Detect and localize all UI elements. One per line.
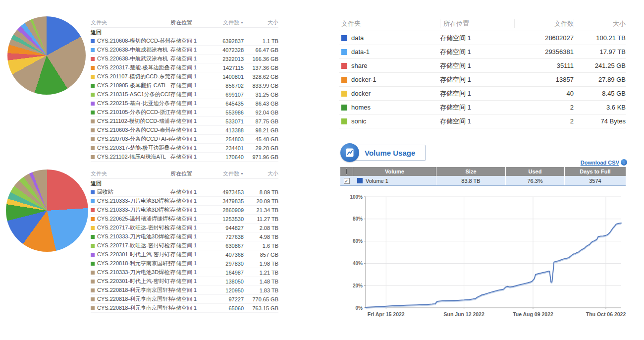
table-row[interactable]: data 存储空间 1 28602027 100.21 TB xyxy=(339,31,626,45)
folder-file-count: 856702 xyxy=(213,83,244,89)
table-row[interactable]: CYS.210905-极耳翻折-CATL 存储空间 1 856702 833.9… xyxy=(91,81,278,90)
row-color-swatch xyxy=(341,118,347,124)
folder-size: 31.25 GB xyxy=(244,92,278,98)
table-row[interactable]: CYS.220717-欣旺达-密封钉检测-2D 存储空间 1 630867 1.… xyxy=(91,241,278,250)
table-row[interactable]: CYS.210315-ASC1分条的CCD-ATL分条机 存储空间 1 6991… xyxy=(91,90,278,99)
table-row[interactable]: data-1 存储空间 1 29356381 17.97 TB xyxy=(339,45,626,59)
size-column-header[interactable]: 大小 xyxy=(244,19,278,26)
folder-location: 存储空间 1 xyxy=(170,37,213,45)
table-row[interactable]: CYS.220818-利元亨南京国轩整线-密封钉 存储空间 1 65060 76… xyxy=(91,304,278,313)
folder-name: CYS.220818-利元亨南京国轩整线-密封钉 xyxy=(97,304,170,312)
folder-file-count: 2 xyxy=(514,104,574,111)
row-color-swatch xyxy=(91,262,95,266)
table-row[interactable]: CYS.211102-模切的CCD-瑞浦模切 存储空间 1 533071 87.… xyxy=(91,117,278,126)
used-column-header[interactable]: Used xyxy=(506,167,565,176)
file-count-sort-header[interactable]: 文件数 ▼ xyxy=(213,19,244,26)
shared-folder-table-body: data 存储空间 1 28602027 100.21 TB data-1 存储… xyxy=(339,31,626,128)
row-color-swatch xyxy=(91,111,95,114)
table-row[interactable]: share 存储空间 1 35111 241.25 GB xyxy=(339,59,626,73)
folder-location: 存储空间 1 xyxy=(170,144,213,152)
file-count-column-header[interactable]: 文件数 xyxy=(514,19,574,28)
folder-location: 存储空间 1 xyxy=(170,233,213,240)
table-row[interactable]: homes 存储空间 1 2 3.6 KB xyxy=(339,101,626,114)
size-column-header[interactable]: Size xyxy=(436,167,506,176)
table-row[interactable]: CYS.220215-慕白-比亚迪分条机 存储空间 1 645435 86.43… xyxy=(91,99,278,108)
size-column-header[interactable]: 大小 xyxy=(244,170,278,177)
size-column-header[interactable]: 大小 xyxy=(574,19,626,28)
table-row[interactable]: CYS.220818-利元亨南京国轩整线-质量焊-3D 存储空间 1 29783… xyxy=(91,259,278,268)
table-row[interactable]: CYS.220818-利元亨南京国轩整线-质量焊-2D 存储空间 1 12095… xyxy=(91,286,278,295)
table-row[interactable]: CYS.220301-时代上汽-密封钉检测-2D 存储空间 1 138050 1… xyxy=(91,277,278,286)
folder-location: 存储空间 1 xyxy=(170,46,213,54)
table-row[interactable]: CYS.210333-刀片电池3D焊检测-坪山 存储空间 1 727638 4.… xyxy=(91,232,278,241)
folder-location: 存储空间 1 xyxy=(170,197,213,205)
svg-text:0%: 0% xyxy=(356,305,363,311)
table-row[interactable]: CYS.220703-分条的CCD+AI-泰州恒威 存储空间 1 254803 … xyxy=(91,135,278,144)
folder-name: CYS.220317-楚能-极耳边距叠一体机-缺陷检测 xyxy=(97,64,170,71)
volume-checkbox[interactable]: ✓ xyxy=(344,178,350,184)
table-row[interactable]: CYS.221102-辊压AI珠海ATL 存储空间 1 170640 971.9… xyxy=(91,153,278,162)
table-row[interactable]: CYS.220317-楚能-极耳边距叠一体机-定位 存储空间 1 234401 … xyxy=(91,144,278,153)
folder-file-count: 699107 xyxy=(213,92,244,98)
table-row[interactable]: CYS.210603-分条的CCD-泰州嘉盛 存储空间 1 413388 98.… xyxy=(91,126,278,135)
row-color-swatch xyxy=(91,66,95,70)
folder-column-header[interactable]: 文件夹 xyxy=(339,19,440,28)
file-count-sort-header[interactable]: 文件数 ▼ xyxy=(213,170,244,177)
folder-size: 857 GB xyxy=(244,252,278,258)
table-row[interactable]: CYS.220638-中航武汉涂布机 存储空间 1 2322013 166.36… xyxy=(91,55,278,63)
table-row[interactable]: docker 存储空间 1 40 8.45 GB xyxy=(339,87,626,101)
table-row[interactable]: CYS.210333-刀片电池3D焊检测-重庆 存储空间 1 164987 1.… xyxy=(91,268,278,277)
download-csv-link[interactable]: Download CSV ↓ xyxy=(581,159,627,166)
back-row[interactable]: 返回 xyxy=(91,28,278,37)
location-column-header[interactable]: 所在位置 xyxy=(170,19,213,26)
size-distribution-pie-bottom[interactable] xyxy=(6,170,88,252)
table-row[interactable]: 回收站 存储空间 1 4973453 8.89 TB xyxy=(91,188,278,197)
table-row[interactable]: CYS.220317-楚能-极耳边距叠一体机-缺陷检测 存储空间 1 14271… xyxy=(91,63,278,72)
volume-row[interactable]: ✓ Volume 1 83.8 TB 76.3% 3574 xyxy=(340,176,626,186)
table-row[interactable]: CYS.210333-刀片电池3D焊检测-无为-2期 存储空间 1 347983… xyxy=(91,197,278,206)
folder-column-header[interactable]: 文件夹 xyxy=(91,19,170,26)
select-all-header-cell[interactable] xyxy=(340,167,353,176)
days-to-full-column-header[interactable]: Days to Full xyxy=(565,167,626,176)
table-row[interactable]: CYS.220717-欣旺达-密封钉检测-3D 存储空间 1 944827 2.… xyxy=(91,224,278,232)
size-distribution-pie-top[interactable] xyxy=(7,16,86,95)
folder-size: 4.98 TB xyxy=(244,234,278,240)
chart-doc-icon xyxy=(344,147,355,158)
row-color-swatch xyxy=(91,253,95,257)
table-row[interactable]: CYS.220625-温州瑞浦焊缝焊检测 存储空间 1 1253530 11.2… xyxy=(91,215,278,224)
table-row[interactable]: CYS.220638-中航成都涂布机 存储空间 1 4072328 66.47 … xyxy=(91,46,278,55)
row-color-swatch xyxy=(91,155,95,159)
shared-folder-table: 文件夹 所在位置 文件数 大小 data 存储空间 1 28602027 100… xyxy=(339,16,626,128)
table-row[interactable]: docker-1 存储空间 1 13857 27.89 GB xyxy=(339,73,626,87)
location-column-header[interactable]: 所在位置 xyxy=(170,170,213,177)
table-row[interactable]: CYS.210105-分条的CCD-浙江恒威（三期） 存储空间 1 553986… xyxy=(91,108,278,117)
folder-name: CYS.210905-极耳翻折-CATL xyxy=(97,82,167,89)
table-row[interactable]: sonic 存储空间 1 2 74 Bytes xyxy=(339,114,626,128)
folder-size: 92.04 GB xyxy=(244,110,278,115)
table-row[interactable]: CYS.220818-利元亨南京国轩整线-顶盖激光焊缝-… 存储空间 1 972… xyxy=(91,295,278,304)
table-row[interactable]: CYS.201107-模切的CCD-东莞CATL 存储空间 1 1400801 … xyxy=(91,72,278,81)
folder-size: 21.34 TB xyxy=(244,207,278,213)
volume-days-to-full: 3574 xyxy=(565,176,626,185)
location-column-header[interactable]: 所在位置 xyxy=(440,19,514,28)
folder-file-count: 553986 xyxy=(213,110,244,115)
folder-location: 存储空间 1 xyxy=(440,34,514,43)
table-row[interactable]: CYS.210608-模切的CCD-苏州力神 存储空间 1 6392837 1.… xyxy=(91,37,278,46)
folder-size: 137.36 GB xyxy=(244,65,278,71)
back-row[interactable]: 返回 xyxy=(91,179,278,188)
folder-size: 8.89 TB xyxy=(244,189,278,195)
folder-column-header[interactable]: 文件夹 xyxy=(91,170,170,177)
table-row[interactable]: CYS.220301-时代上汽-密封钉检测-3D 存储空间 1 407368 8… xyxy=(91,250,278,259)
volume-used: 76.3% xyxy=(506,176,565,185)
table-row[interactable]: CYS.210333-刀片电池3D焊检测-宁乡 存储空间 1 2860909 2… xyxy=(91,206,278,215)
folder-size: 3.6 KB xyxy=(574,104,626,111)
folder-size: 1.1 TB xyxy=(244,38,278,44)
row-color-swatch xyxy=(91,128,95,132)
folder-file-count: 645435 xyxy=(213,101,244,107)
select-all-checkbox[interactable] xyxy=(346,168,347,175)
folder-location: 存储空间 1 xyxy=(170,117,213,125)
row-color-swatch xyxy=(91,119,95,123)
sort-desc-icon: ▼ xyxy=(240,21,244,24)
volume-usage-title-tab: Volume Usage xyxy=(348,145,426,161)
volume-column-header[interactable]: Volume xyxy=(353,167,436,176)
